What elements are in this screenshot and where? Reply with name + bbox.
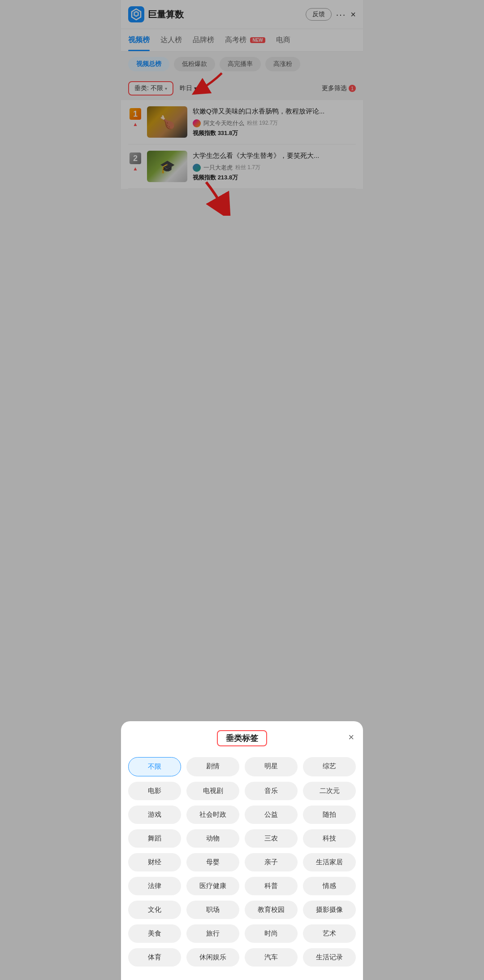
modal-overlay[interactable] <box>121 0 363 216</box>
